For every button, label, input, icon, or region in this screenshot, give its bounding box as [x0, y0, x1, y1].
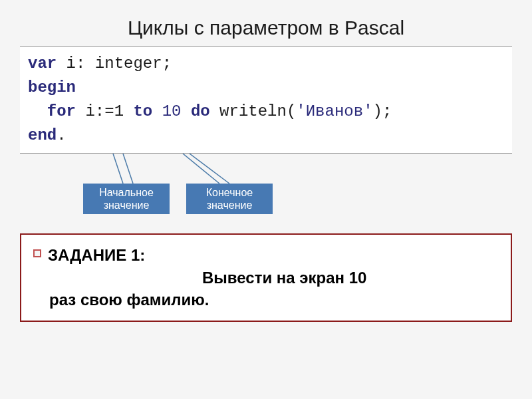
- code-assign: i:=1: [76, 102, 133, 120]
- slide-title: Циклы с параметром в Pascal: [20, 13, 512, 46]
- bullet-icon: [33, 249, 41, 257]
- task-text: Вывести на экран 10 раз свою фамилию.: [49, 267, 366, 311]
- keyword-begin: begin: [28, 78, 76, 96]
- code-block: var i: integer; begin for i:=1 to 10 do …: [20, 46, 512, 154]
- code-line-1: var i: integer;: [28, 52, 504, 76]
- task-line2: раз свою фамилию.: [49, 291, 209, 309]
- code-endval: 10: [152, 102, 191, 120]
- callout-end-value: Конечное значение: [186, 184, 273, 214]
- callout-start-line2: значение: [88, 199, 164, 211]
- callout-start-value: Начальное значение: [83, 184, 170, 214]
- svg-line-0: [113, 154, 123, 184]
- callouts: Начальное значение Конечное значение: [20, 154, 512, 213]
- task-line1: Вывести на экран 10: [202, 269, 366, 287]
- svg-line-1: [123, 154, 133, 184]
- code-string: 'Иванов': [296, 102, 372, 120]
- code-line-2: begin: [28, 76, 504, 100]
- code-writeln: writeln(: [210, 102, 297, 120]
- code-close: );: [373, 102, 392, 120]
- callout-end-line2: значение: [192, 199, 267, 211]
- task-label: ЗАДАНИЕ 1:: [48, 246, 145, 264]
- code-line-4: end.: [28, 124, 504, 148]
- task-box: ЗАДАНИЕ 1: Вывести на экран 10 раз свою …: [20, 233, 512, 322]
- svg-line-3: [190, 154, 229, 184]
- code-line-3: for i:=1 to 10 do writeln('Иванов');: [28, 100, 504, 124]
- code-dot: .: [57, 126, 66, 144]
- keyword-to: to: [133, 102, 152, 120]
- svg-line-2: [183, 154, 219, 184]
- keyword-for: for: [47, 102, 76, 120]
- code-indent: [28, 102, 47, 120]
- keyword-end: end: [28, 126, 57, 144]
- code-text: i: integer;: [57, 55, 172, 72]
- callout-end-line1: Конечное: [192, 186, 267, 199]
- task-content: ЗАДАНИЕ 1: Вывести на экран 10 раз свою …: [48, 244, 366, 311]
- task-bullet-row: ЗАДАНИЕ 1: Вывести на экран 10 раз свою …: [33, 244, 499, 311]
- keyword-do: do: [191, 102, 210, 120]
- callout-start-line1: Начальное: [88, 186, 164, 199]
- keyword-var: var: [28, 55, 57, 72]
